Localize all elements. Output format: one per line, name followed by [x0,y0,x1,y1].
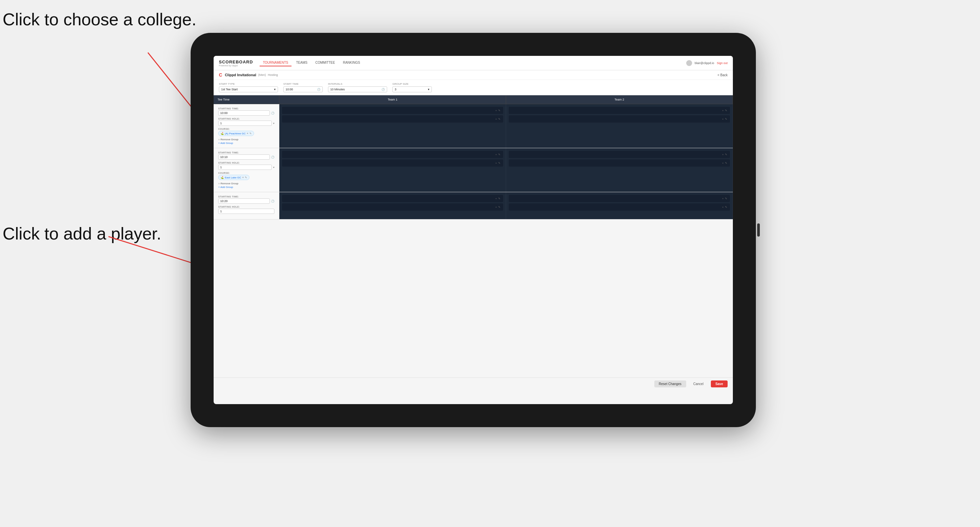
player-row-1-2[interactable]: × ✎ [282,115,503,122]
player-edit-6-1[interactable]: ✎ [725,197,727,200]
groups-scroll-area[interactable]: STARTING TIME: 🕐 STARTING HOLE: ▾ COURSE… [214,104,733,378]
player-actions-4-1: × ✎ [722,153,727,156]
intervals-select[interactable]: 10 Minutes 🕐 [328,86,387,92]
player-edit-5-2[interactable]: ✎ [498,206,501,209]
player-x-1-1[interactable]: × [495,109,497,112]
player-row-5-2[interactable]: × ✎ [282,203,503,211]
table-header: Tee Time Team 1 Team 2 [214,95,733,104]
starting-hole-input-1[interactable] [218,121,272,126]
app-header: SCOREBOARD Powered by clippd TOURNAMENTS… [214,56,733,70]
starting-time-label-2: STARTING TIME: [218,151,274,154]
player-row-2-2[interactable]: × ✎ [509,115,730,122]
course-row-2: ⛳ East Lake GC × ✎ [218,175,274,180]
nav-tab-rankings[interactable]: RANKINGS [339,59,363,67]
player-row-5-1[interactable]: × ✎ [282,195,503,202]
sign-out-link[interactable]: Sign out [717,62,728,65]
group-size-select[interactable]: 3 ▾ [392,86,432,92]
player-edit-2-1[interactable]: ✎ [725,109,727,112]
course-edit-1[interactable]: ✎ [250,132,252,135]
app-logo-sub: Powered by clippd [219,64,253,67]
course-edit-2[interactable]: ✎ [245,176,247,179]
group-size-value: 3 [395,88,396,91]
add-group-btn-2[interactable]: + Add Group [218,186,274,189]
nav-tab-tournaments[interactable]: TOURNAMENTS [259,59,291,67]
clippd-logo: C [219,72,222,78]
intervals-label: Intervals [328,83,387,86]
player-edit-2-2[interactable]: ✎ [725,117,727,121]
team2-col-2: × ✎ × ✎ [506,148,733,192]
hole-chevron-1: ▾ [273,122,274,125]
starting-time-input-3[interactable] [218,198,270,204]
player-x-6-1[interactable]: × [722,197,724,200]
course-remove-2[interactable]: × [242,176,244,179]
nav-tab-committee[interactable]: COMMITTEE [312,59,338,67]
starting-hole-row-2: ▾ [218,165,274,170]
player-x-6-2[interactable]: × [722,206,724,209]
reset-changes-button[interactable]: Reset Changes [654,381,686,387]
course-tag-2[interactable]: ⛳ East Lake GC × ✎ [218,175,250,180]
player-x-5-1[interactable]: × [495,197,497,200]
player-actions-6-1: × ✎ [722,197,727,200]
player-edit-1-1[interactable]: ✎ [498,109,501,112]
back-button[interactable]: < Back [718,73,728,77]
cancel-button[interactable]: Cancel [689,381,708,387]
course-tag-1[interactable]: ⛳ (A) Peachtree GC × ✎ [218,131,254,136]
hole-chevron-2: ▾ [273,166,274,169]
time-icon-3: 🕐 [271,200,274,203]
player-edit-4-1[interactable]: ✎ [725,153,727,156]
player-row-2-1[interactable]: × ✎ [509,107,730,114]
course-icon-2: ⛳ [221,176,224,179]
player-actions-2-2: × ✎ [722,117,727,121]
start-type-select[interactable]: 1st Tee Start ▾ [219,86,278,92]
start-type-label: Start Type [219,83,278,86]
player-row-4-1[interactable]: × ✎ [509,151,730,158]
player-row-3-2[interactable]: × ✎ [282,159,503,167]
player-row-1-1[interactable]: × ✎ [282,107,503,114]
player-x-2-1[interactable]: × [722,109,724,112]
player-x-2-2[interactable]: × [722,117,724,121]
player-edit-5-1[interactable]: ✎ [498,197,501,200]
starting-time-label-3: STARTING TIME: [218,195,274,198]
player-x-1-2[interactable]: × [495,117,497,121]
start-type-chevron: ▾ [274,88,276,91]
start-time-group: Start Time 10:00 🕐 [283,83,323,92]
starting-time-input-2[interactable] [218,154,270,160]
starting-time-input-1[interactable] [218,110,270,116]
player-x-4-1[interactable]: × [722,153,724,156]
bottom-bar: Reset Changes Cancel Save [214,378,733,390]
player-edit-4-2[interactable]: ✎ [725,162,727,165]
nav-tab-teams[interactable]: TEAMS [293,59,310,67]
tournament-bar: C Clippd Invitational (Men) Hosting < Ba… [214,70,733,80]
player-row-6-1[interactable]: × ✎ [509,195,730,202]
controls-bar: Start Type 1st Tee Start ▾ Start Time 10… [214,80,733,95]
player-actions-3-2: × ✎ [495,162,501,165]
player-edit-3-2[interactable]: ✎ [498,162,501,165]
course-remove-1[interactable]: × [247,132,248,135]
group-size-chevron: ▾ [428,88,430,91]
player-x-3-1[interactable]: × [495,153,497,156]
starting-hole-input-3[interactable] [218,209,274,214]
col-team1: Team 1 [279,95,506,104]
tournament-title: Clippd Invitational [225,73,256,77]
player-edit-6-2[interactable]: ✎ [725,206,727,209]
player-edit-1-2[interactable]: ✎ [498,117,501,121]
player-x-3-2[interactable]: × [495,162,497,165]
time-icon-1: 🕐 [271,112,274,115]
remove-group-btn-2[interactable]: ○ Remove Group [218,182,274,185]
player-row-4-2[interactable]: × ✎ [509,159,730,167]
start-time-value: 10:00 [286,88,293,91]
start-time-select[interactable]: 10:00 🕐 [283,86,323,92]
player-row-3-1[interactable]: × ✎ [282,151,503,158]
user-email: blair@clippd.io [695,62,714,65]
player-edit-3-1[interactable]: ✎ [498,153,501,156]
player-row-6-2[interactable]: × ✎ [509,203,730,211]
save-button[interactable]: Save [711,381,728,387]
remove-group-btn-1[interactable]: ○ Remove Group [218,138,274,141]
starting-hole-input-2[interactable] [218,165,272,170]
group-left-1: STARTING TIME: 🕐 STARTING HOLE: ▾ COURSE… [214,104,279,148]
player-actions-5-2: × ✎ [495,206,501,209]
player-x-4-2[interactable]: × [722,162,724,165]
player-x-5-2[interactable]: × [495,206,497,209]
player-actions-2-1: × ✎ [722,109,727,112]
add-group-btn-1[interactable]: + Add Group [218,141,274,144]
